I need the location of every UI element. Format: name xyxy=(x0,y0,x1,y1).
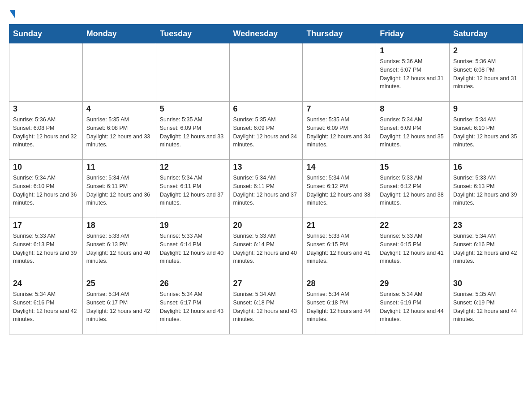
day-cell-6: 6Sunrise: 5:35 AMSunset: 6:09 PMDaylight… xyxy=(229,102,303,160)
day-number-8: 8 xyxy=(380,104,446,114)
day-number-13: 13 xyxy=(233,163,299,172)
sun-info-30: Sunrise: 5:35 AMSunset: 6:19 PMDaylight:… xyxy=(453,290,519,324)
page-header xyxy=(9,9,523,17)
day-number-9: 9 xyxy=(453,104,519,114)
week-row-1: 1Sunrise: 5:36 AMSunset: 6:07 PMDaylight… xyxy=(9,43,523,102)
sun-info-10: Sunrise: 5:34 AMSunset: 6:10 PMDaylight:… xyxy=(13,174,79,207)
day-number-16: 16 xyxy=(453,163,519,172)
day-cell-9: 9Sunrise: 5:34 AMSunset: 6:10 PMDaylight… xyxy=(450,102,523,160)
sun-info-24: Sunrise: 5:34 AMSunset: 6:16 PMDaylight:… xyxy=(13,290,79,324)
day-number-11: 11 xyxy=(86,163,152,172)
day-number-23: 23 xyxy=(453,221,519,230)
day-cell-17: 17Sunrise: 5:33 AMSunset: 6:13 PMDayligh… xyxy=(9,218,83,276)
day-cell-empty xyxy=(9,43,83,102)
day-number-30: 30 xyxy=(453,279,519,288)
day-cell-empty xyxy=(156,43,229,102)
day-cell-11: 11Sunrise: 5:34 AMSunset: 6:11 PMDayligh… xyxy=(82,160,156,218)
day-number-5: 5 xyxy=(160,104,226,114)
header-tuesday: Tuesday xyxy=(156,25,229,43)
day-cell-empty xyxy=(82,43,156,102)
sun-info-29: Sunrise: 5:34 AMSunset: 6:19 PMDaylight:… xyxy=(380,290,446,324)
day-cell-8: 8Sunrise: 5:34 AMSunset: 6:09 PMDaylight… xyxy=(376,102,450,160)
day-number-27: 27 xyxy=(233,279,299,288)
day-cell-13: 13Sunrise: 5:34 AMSunset: 6:11 PMDayligh… xyxy=(229,160,303,218)
sun-info-12: Sunrise: 5:34 AMSunset: 6:11 PMDaylight:… xyxy=(160,174,226,207)
calendar-table: SundayMondayTuesdayWednesdayThursdayFrid… xyxy=(9,24,523,334)
sun-info-22: Sunrise: 5:33 AMSunset: 6:15 PMDaylight:… xyxy=(380,232,446,265)
sun-info-4: Sunrise: 5:35 AMSunset: 6:08 PMDaylight:… xyxy=(86,116,152,149)
day-cell-23: 23Sunrise: 5:34 AMSunset: 6:16 PMDayligh… xyxy=(450,218,523,276)
sun-info-7: Sunrise: 5:35 AMSunset: 6:09 PMDaylight:… xyxy=(306,116,372,149)
day-number-6: 6 xyxy=(233,104,299,114)
day-number-25: 25 xyxy=(86,279,152,288)
day-number-19: 19 xyxy=(160,221,226,230)
sun-info-2: Sunrise: 5:36 AMSunset: 6:08 PMDaylight:… xyxy=(453,57,519,91)
day-cell-16: 16Sunrise: 5:33 AMSunset: 6:13 PMDayligh… xyxy=(450,160,523,218)
week-row-3: 10Sunrise: 5:34 AMSunset: 6:10 PMDayligh… xyxy=(9,160,523,218)
sun-info-18: Sunrise: 5:33 AMSunset: 6:13 PMDaylight:… xyxy=(86,232,152,265)
day-cell-2: 2Sunrise: 5:36 AMSunset: 6:08 PMDaylight… xyxy=(450,43,523,102)
day-cell-27: 27Sunrise: 5:34 AMSunset: 6:18 PMDayligh… xyxy=(229,276,303,334)
day-cell-30: 30Sunrise: 5:35 AMSunset: 6:19 PMDayligh… xyxy=(450,276,523,334)
calendar-header-row: SundayMondayTuesdayWednesdayThursdayFrid… xyxy=(9,25,523,43)
day-number-29: 29 xyxy=(380,279,446,288)
day-cell-28: 28Sunrise: 5:34 AMSunset: 6:18 PMDayligh… xyxy=(303,276,376,334)
week-row-4: 17Sunrise: 5:33 AMSunset: 6:13 PMDayligh… xyxy=(9,218,523,276)
day-cell-22: 22Sunrise: 5:33 AMSunset: 6:15 PMDayligh… xyxy=(376,218,450,276)
day-cell-29: 29Sunrise: 5:34 AMSunset: 6:19 PMDayligh… xyxy=(376,276,450,334)
sun-info-19: Sunrise: 5:33 AMSunset: 6:14 PMDaylight:… xyxy=(160,232,226,265)
day-cell-10: 10Sunrise: 5:34 AMSunset: 6:10 PMDayligh… xyxy=(9,160,83,218)
sun-info-1: Sunrise: 5:36 AMSunset: 6:07 PMDaylight:… xyxy=(380,57,446,91)
day-cell-15: 15Sunrise: 5:33 AMSunset: 6:12 PMDayligh… xyxy=(376,160,450,218)
sun-info-13: Sunrise: 5:34 AMSunset: 6:11 PMDaylight:… xyxy=(233,174,299,207)
day-number-20: 20 xyxy=(233,221,299,230)
header-friday: Friday xyxy=(376,25,450,43)
day-number-4: 4 xyxy=(86,104,152,114)
day-cell-1: 1Sunrise: 5:36 AMSunset: 6:07 PMDaylight… xyxy=(376,43,450,102)
logo-arrow-icon xyxy=(9,10,15,18)
day-number-7: 7 xyxy=(306,104,372,114)
day-cell-21: 21Sunrise: 5:33 AMSunset: 6:15 PMDayligh… xyxy=(303,218,376,276)
sun-info-15: Sunrise: 5:33 AMSunset: 6:12 PMDaylight:… xyxy=(380,174,446,207)
day-cell-25: 25Sunrise: 5:34 AMSunset: 6:17 PMDayligh… xyxy=(82,276,156,334)
day-number-17: 17 xyxy=(13,221,79,230)
sun-info-20: Sunrise: 5:33 AMSunset: 6:14 PMDaylight:… xyxy=(233,232,299,265)
sun-info-28: Sunrise: 5:34 AMSunset: 6:18 PMDaylight:… xyxy=(306,290,372,324)
day-cell-14: 14Sunrise: 5:34 AMSunset: 6:12 PMDayligh… xyxy=(303,160,376,218)
day-cell-20: 20Sunrise: 5:33 AMSunset: 6:14 PMDayligh… xyxy=(229,218,303,276)
day-number-2: 2 xyxy=(453,46,519,56)
sun-info-16: Sunrise: 5:33 AMSunset: 6:13 PMDaylight:… xyxy=(453,174,519,207)
week-row-2: 3Sunrise: 5:36 AMSunset: 6:08 PMDaylight… xyxy=(9,102,523,160)
day-cell-4: 4Sunrise: 5:35 AMSunset: 6:08 PMDaylight… xyxy=(82,102,156,160)
day-cell-7: 7Sunrise: 5:35 AMSunset: 6:09 PMDaylight… xyxy=(303,102,376,160)
day-cell-26: 26Sunrise: 5:34 AMSunset: 6:17 PMDayligh… xyxy=(156,276,229,334)
sun-info-9: Sunrise: 5:34 AMSunset: 6:10 PMDaylight:… xyxy=(453,116,519,149)
day-cell-5: 5Sunrise: 5:35 AMSunset: 6:09 PMDaylight… xyxy=(156,102,229,160)
day-number-10: 10 xyxy=(13,163,79,172)
sun-info-11: Sunrise: 5:34 AMSunset: 6:11 PMDaylight:… xyxy=(86,174,152,207)
sun-info-5: Sunrise: 5:35 AMSunset: 6:09 PMDaylight:… xyxy=(160,116,226,149)
day-number-12: 12 xyxy=(160,163,226,172)
sun-info-23: Sunrise: 5:34 AMSunset: 6:16 PMDaylight:… xyxy=(453,232,519,265)
sun-info-25: Sunrise: 5:34 AMSunset: 6:17 PMDaylight:… xyxy=(86,290,152,324)
week-row-5: 24Sunrise: 5:34 AMSunset: 6:16 PMDayligh… xyxy=(9,276,523,334)
day-cell-12: 12Sunrise: 5:34 AMSunset: 6:11 PMDayligh… xyxy=(156,160,229,218)
header-sunday: Sunday xyxy=(9,25,83,43)
day-cell-19: 19Sunrise: 5:33 AMSunset: 6:14 PMDayligh… xyxy=(156,218,229,276)
sun-info-14: Sunrise: 5:34 AMSunset: 6:12 PMDaylight:… xyxy=(306,174,372,207)
day-number-15: 15 xyxy=(380,163,446,172)
day-number-1: 1 xyxy=(380,46,446,56)
day-number-24: 24 xyxy=(13,279,79,288)
sun-info-6: Sunrise: 5:35 AMSunset: 6:09 PMDaylight:… xyxy=(233,116,299,149)
day-cell-3: 3Sunrise: 5:36 AMSunset: 6:08 PMDaylight… xyxy=(9,102,83,160)
day-number-3: 3 xyxy=(13,104,79,114)
sun-info-26: Sunrise: 5:34 AMSunset: 6:17 PMDaylight:… xyxy=(160,290,226,324)
day-number-26: 26 xyxy=(160,279,226,288)
day-cell-18: 18Sunrise: 5:33 AMSunset: 6:13 PMDayligh… xyxy=(82,218,156,276)
day-number-21: 21 xyxy=(306,221,372,230)
header-saturday: Saturday xyxy=(450,25,523,43)
day-cell-empty xyxy=(229,43,303,102)
day-cell-24: 24Sunrise: 5:34 AMSunset: 6:16 PMDayligh… xyxy=(9,276,83,334)
sun-info-8: Sunrise: 5:34 AMSunset: 6:09 PMDaylight:… xyxy=(380,116,446,149)
sun-info-3: Sunrise: 5:36 AMSunset: 6:08 PMDaylight:… xyxy=(13,116,79,149)
